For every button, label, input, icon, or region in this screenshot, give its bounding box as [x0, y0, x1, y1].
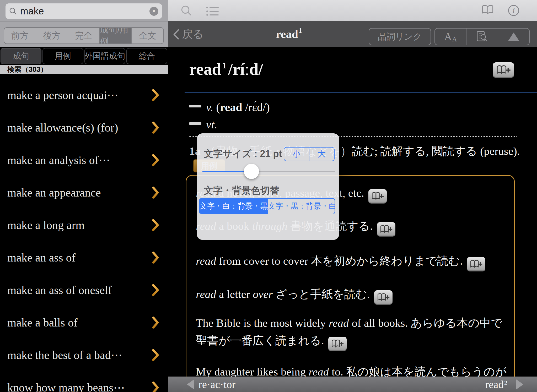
slider-thumb[interactable]: [244, 164, 259, 179]
result-item[interactable]: make an ass of oneself: [0, 274, 168, 306]
book-plus-icon: [496, 65, 511, 75]
book-plus-button[interactable]: [493, 62, 514, 78]
font-larger-button[interactable]: 大: [309, 148, 334, 161]
book-plus-icon: [470, 260, 483, 268]
next-entry-label[interactable]: read2: [485, 378, 507, 391]
result-item[interactable]: know how many beans⋯: [0, 371, 168, 392]
back-button[interactable]: 戻る: [173, 21, 204, 47]
book-plus-icon: [380, 225, 393, 233]
sidebar: make ✕ 前方後方完全成句/用例全文 成句用例外国語成句総合 検索（303）…: [0, 0, 168, 392]
panel-toolbar: i: [168, 0, 537, 21]
chevron-right-icon: [152, 89, 159, 101]
chevron-right-icon: [152, 219, 159, 231]
entry-title: read1: [257, 21, 320, 47]
chevron-right-icon: [152, 122, 159, 134]
results-header: 検索（303）: [0, 65, 168, 74]
font-size-slider[interactable]: [202, 170, 335, 173]
example-text: read a letter over ざっと手紙を読む.: [196, 288, 370, 300]
triangle-left-icon[interactable]: [187, 379, 194, 389]
book-plus-icon: [331, 339, 344, 348]
result-label: make a long arm: [7, 219, 152, 232]
result-label: make a person acquai⋯: [7, 88, 152, 102]
category-tabs: 成句用例外国語成句総合: [0, 47, 168, 65]
list-icon[interactable]: [206, 6, 219, 17]
result-label: make an analysis of⋯: [7, 153, 152, 167]
example-text: The Bible is the most widely read of all…: [196, 317, 502, 347]
pos-line-vt: vt.: [189, 118, 217, 131]
result-item[interactable]: make a person acquai⋯: [0, 79, 168, 111]
font-size-button[interactable]: AA: [435, 29, 466, 45]
search-icon: [9, 7, 17, 15]
result-label: make an ass of: [7, 251, 152, 264]
result-item[interactable]: make the best of a bad⋯: [0, 339, 168, 371]
chevron-right-icon: [152, 154, 159, 166]
book-icon[interactable]: [482, 4, 494, 17]
category-tab[interactable]: 総合: [126, 48, 167, 64]
chevron-right-icon: [152, 252, 159, 264]
mode-tab[interactable]: 成句/用例: [99, 28, 131, 43]
display-settings-popup: 文字サイズ : 21 pt 小 大 文字・背景色切替 文字・白：背景・黒文字・黒…: [197, 133, 339, 240]
triangle-right-icon[interactable]: [516, 379, 523, 389]
scroll-top-button[interactable]: [498, 29, 529, 45]
font-smaller-button[interactable]: 小: [284, 148, 309, 161]
search-document-icon[interactable]: [466, 29, 497, 45]
result-item[interactable]: make an ass of: [0, 241, 168, 274]
result-item[interactable]: make an analysis of⋯: [0, 144, 168, 176]
example-row: read a letter over ざっと手紙を読む.: [196, 285, 507, 304]
sidebar-search-bar: make ✕: [0, 0, 168, 21]
mode-tab[interactable]: 後方: [36, 28, 68, 43]
pos-line-verb: v. (read /rɛ́d/): [189, 101, 270, 114]
result-item[interactable]: make a balls of: [0, 306, 168, 339]
chevron-right-icon: [152, 317, 159, 329]
search-icon[interactable]: [180, 5, 192, 18]
color-toggle-label: 文字・背景色切替: [204, 184, 279, 197]
result-label: make allowance(s) (for): [7, 121, 152, 134]
book-plus-button[interactable]: [374, 290, 393, 304]
search-value: make: [20, 6, 149, 17]
slider-track-empty[interactable]: [251, 171, 335, 172]
info-icon[interactable]: i: [508, 4, 520, 18]
headword-rule: [185, 92, 537, 93]
result-label: know how many beans⋯: [7, 381, 152, 392]
pos-link-button[interactable]: 品詞リンク: [369, 28, 431, 45]
result-label: make an appearance: [7, 186, 152, 199]
example-text: My daughter likes being read to. 私の娘は本を読…: [196, 366, 507, 377]
result-label: make the best of a bad⋯: [7, 348, 152, 362]
category-tab[interactable]: 外国語成句: [84, 48, 125, 64]
result-item[interactable]: make a long arm: [0, 209, 168, 241]
mode-tab[interactable]: 前方: [4, 28, 36, 43]
dash-bullet: [189, 105, 201, 107]
result-item[interactable]: make allowance(s) (for): [0, 111, 168, 144]
back-label: 戻る: [182, 27, 204, 41]
clear-search-button[interactable]: ✕: [149, 7, 158, 16]
book-plus-icon: [377, 293, 390, 302]
font-size-stepper: 小 大: [284, 147, 335, 161]
mode-tab[interactable]: 完全: [68, 28, 100, 43]
category-tab[interactable]: 成句: [1, 48, 41, 64]
book-plus-button[interactable]: [467, 257, 485, 271]
color-scheme-option[interactable]: 文字・黒：背景・白: [268, 199, 335, 214]
mode-tab[interactable]: 全文: [131, 28, 163, 43]
book-plus-button[interactable]: [328, 337, 347, 351]
dash-bullet: [189, 122, 201, 125]
example-row: The Bible is the most widely read of all…: [196, 314, 507, 351]
color-scheme-option[interactable]: 文字・白：背景・黒: [200, 199, 268, 214]
example-row: read from cover to cover 本を初めから終わりまで読む.: [196, 252, 507, 271]
entry-phonetic: /ríːd/: [228, 60, 263, 78]
entry-navbar: 戻る read1 品詞リンク AA: [168, 21, 537, 47]
category-tab[interactable]: 用例: [42, 48, 83, 64]
result-label: make a balls of: [7, 316, 152, 329]
book-plus-button[interactable]: [377, 222, 395, 236]
book-plus-icon: [371, 192, 384, 200]
search-mode-tabs: 前方後方完全成句/用例全文: [0, 21, 168, 47]
result-label: make an ass of oneself: [7, 284, 152, 297]
search-input[interactable]: make ✕: [6, 3, 162, 19]
triangle-up-icon: [508, 32, 519, 41]
svg-text:i: i: [513, 6, 515, 15]
results-list[interactable]: make a person acquai⋯ make allowance(s) …: [0, 74, 168, 392]
prev-entry-label[interactable]: re·ac·tor: [198, 378, 235, 391]
result-item[interactable]: make an appearance: [0, 176, 168, 209]
chevron-right-icon: [152, 187, 159, 199]
book-plus-button[interactable]: [368, 189, 387, 203]
example-row: My daughter likes being read to. 私の娘は本を読…: [196, 363, 507, 377]
